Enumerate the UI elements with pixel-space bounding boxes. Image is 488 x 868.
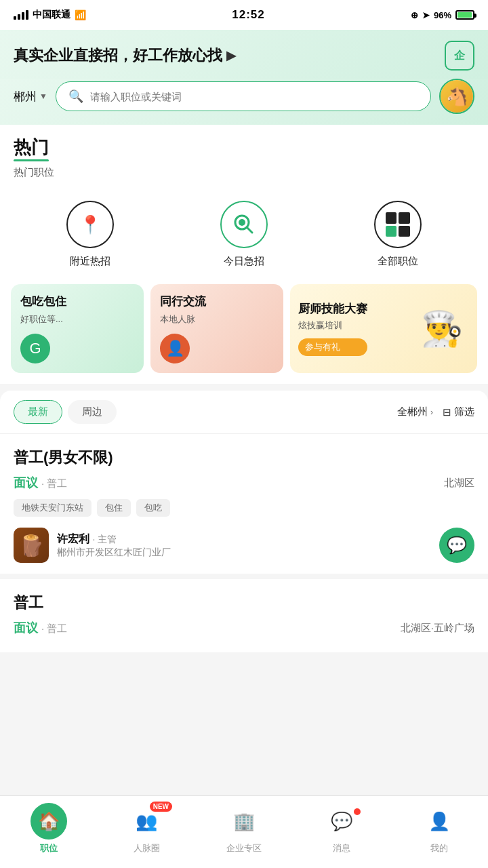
- job-type-1: · 普工: [41, 623, 67, 634]
- profile-icon: 👤: [421, 803, 458, 840]
- region-label: 全郴州: [397, 406, 428, 418]
- location-icon: 📍: [66, 201, 114, 248]
- search-input[interactable]: [90, 91, 418, 102]
- chef-contest-info: 厨师技能大赛 炫技赢培训 参与有礼: [298, 301, 367, 356]
- grid-icon: [374, 201, 422, 248]
- enterprise-nav-icon: 🏢: [226, 803, 262, 840]
- city-selector[interactable]: 郴州 ▼: [14, 89, 47, 104]
- networking-logo: 👤: [160, 334, 190, 363]
- job-list-section: 最新 周边 全郴州 › ⊟ 筛选 普工(男女不限) 面议 · 普工: [0, 391, 488, 652]
- location-status-icon: ⊕: [411, 10, 418, 20]
- filter-tabs: 最新 周边: [14, 400, 397, 424]
- nav-enterprise-label: 企业专区: [226, 842, 262, 854]
- job-type-0: · 普工: [41, 477, 67, 489]
- avatar-image: 🐴: [441, 80, 473, 113]
- chef-image: 👨‍🍳: [415, 302, 469, 356]
- nav-network[interactable]: 👥 NEW 人脉圈: [119, 803, 174, 854]
- battery-percent: 96%: [434, 10, 451, 20]
- user-avatar-button[interactable]: 🐴: [439, 79, 474, 114]
- promo-accommodation-sub: 好职位等...: [20, 313, 134, 326]
- header-banner: 真实企业直接招，好工作放心找 ▶ 企: [0, 30, 488, 79]
- nearby-label: 附近热招: [70, 255, 110, 268]
- region-chevron-icon: ›: [430, 408, 433, 417]
- all-jobs-label: 全部职位: [378, 255, 418, 268]
- quick-link-all[interactable]: 全部职位: [374, 201, 422, 268]
- recruiter-avatar-0: 🪵: [14, 528, 49, 563]
- tab-latest[interactable]: 最新: [14, 400, 62, 424]
- job-card-0[interactable]: 普工(男女不限) 面议 · 普工 北湖区 地铁天安门东站 包住 包吃 🪵: [0, 434, 488, 579]
- promo-networking-title: 同行交流: [160, 294, 274, 309]
- job-meta-1: 面议 · 普工 北湖区·五岭广场: [14, 620, 474, 636]
- quick-links: 📍 附近热招 今日急招 全部职位: [0, 195, 488, 284]
- job-salary-0: 面议 · 普工: [14, 475, 67, 491]
- quick-link-urgent[interactable]: 今日急招: [220, 201, 268, 268]
- job-title-1: 普工: [14, 593, 474, 613]
- filter-row: 最新 周边 全郴州 › ⊟ 筛选: [0, 391, 488, 434]
- nav-jobs[interactable]: 🏠 职位: [22, 803, 76, 854]
- accommodation-logo: G: [20, 334, 50, 363]
- nav-jobs-label: 职位: [40, 842, 58, 854]
- banner-text: 真实企业直接招，好工作放心找 ▶: [14, 45, 236, 66]
- job-location-1: 北湖区·五岭广场: [401, 622, 474, 635]
- wifi-icon: 📶: [75, 9, 86, 20]
- navigation-icon: ➤: [422, 10, 430, 20]
- nav-profile[interactable]: 👤 我的: [412, 803, 466, 854]
- region-selector[interactable]: 全郴州 ›: [397, 406, 433, 418]
- promo-accommodation-title: 包吃包住: [20, 294, 134, 309]
- enterprise-button[interactable]: 企: [445, 41, 474, 71]
- chef-contest-sub: 炫技赢培训: [298, 319, 367, 332]
- promo-networking-sub: 本地人脉: [160, 313, 274, 326]
- nav-network-label: 人脉圈: [134, 842, 160, 854]
- recruiter-details-0: 许宏利 · 主管 郴州市开发区红木匠门业厂: [57, 532, 171, 559]
- job-salary-1: 面议 · 普工: [14, 620, 67, 636]
- svg-point-1: [239, 219, 245, 226]
- clock: 12:52: [232, 8, 264, 22]
- job-tags-0: 地铁天安门东站 包住 包吃: [14, 499, 474, 517]
- search-box[interactable]: 🔍: [56, 81, 431, 111]
- urgent-label: 今日急招: [224, 255, 264, 268]
- search-row: 郴州 ▼ 🔍 🐴: [0, 79, 488, 125]
- nav-messages[interactable]: 💬 消息: [314, 803, 369, 854]
- promo-card-accommodation[interactable]: 包吃包住 好职位等... G: [11, 284, 144, 373]
- urgent-search-icon: [220, 201, 268, 248]
- city-caret-icon: ▼: [39, 92, 47, 101]
- svg-line-2: [247, 227, 252, 233]
- status-left: 中国联通 📶: [14, 9, 86, 21]
- nav-enterprise[interactable]: 🏢 企业专区: [217, 803, 271, 854]
- recruiter-info-0: 🪵 许宏利 · 主管 郴州市开发区红木匠门业厂: [14, 528, 171, 563]
- nav-profile-label: 我的: [430, 842, 448, 854]
- tab-nearby[interactable]: 周边: [68, 400, 117, 424]
- search-icon: 🔍: [68, 89, 83, 104]
- quick-link-nearby[interactable]: 📍 附近热招: [66, 201, 114, 268]
- recruiter-name-0: 许宏利 · 主管: [57, 532, 171, 547]
- filter-right: 全郴州 › ⊟ 筛选: [397, 406, 474, 418]
- filter-button[interactable]: ⊟ 筛选: [443, 406, 474, 418]
- nav-messages-label: 消息: [333, 842, 350, 854]
- chat-button-0[interactable]: 💬: [439, 528, 474, 563]
- signal-icon: [14, 10, 28, 20]
- message-dot-badge: [354, 808, 361, 815]
- chef-contest-title: 厨师技能大赛: [298, 301, 367, 317]
- city-label: 郴州: [14, 89, 37, 104]
- promo-card-networking[interactable]: 同行交流 本地人脉 👤: [150, 284, 283, 373]
- chef-contest-badge[interactable]: 参与有礼: [298, 338, 367, 356]
- job-tag-0-1: 包住: [97, 499, 131, 517]
- carrier-label: 中国联通: [33, 9, 70, 21]
- job-tag-0-2: 包吃: [136, 499, 170, 517]
- promo-row: 包吃包住 好职位等... G 同行交流 本地人脉 👤 厨师技能大赛 炫技赢培训 …: [0, 284, 488, 384]
- recruiter-company-0: 郴州市开发区红木匠门业厂: [57, 547, 171, 559]
- bottom-nav: 🏠 职位 👥 NEW 人脉圈 🏢 企业专区 💬 消息 👤 我的: [0, 795, 488, 868]
- banner-arrow-icon: ▶: [226, 48, 236, 63]
- hot-section: 热门 热门职位: [0, 125, 488, 195]
- filter-icon: ⊟: [443, 406, 451, 418]
- job-card-1[interactable]: 普工 面议 · 普工 北湖区·五岭广场: [0, 579, 488, 652]
- job-recruiter-row-0: 🪵 许宏利 · 主管 郴州市开发区红木匠门业厂 💬: [14, 528, 474, 563]
- promo-card-chef-contest[interactable]: 厨师技能大赛 炫技赢培训 参与有礼 👨‍🍳: [290, 284, 477, 373]
- filter-label: 筛选: [454, 406, 474, 418]
- job-tag-0-0: 地铁天安门东站: [14, 499, 92, 517]
- job-location-0: 北湖区: [444, 477, 474, 490]
- hot-subtitle: 热门职位: [14, 166, 474, 190]
- hot-title: 热门: [14, 136, 49, 159]
- status-right: ⊕ ➤ 96%: [411, 10, 474, 20]
- job-meta-0: 面议 · 普工 北湖区: [14, 475, 474, 491]
